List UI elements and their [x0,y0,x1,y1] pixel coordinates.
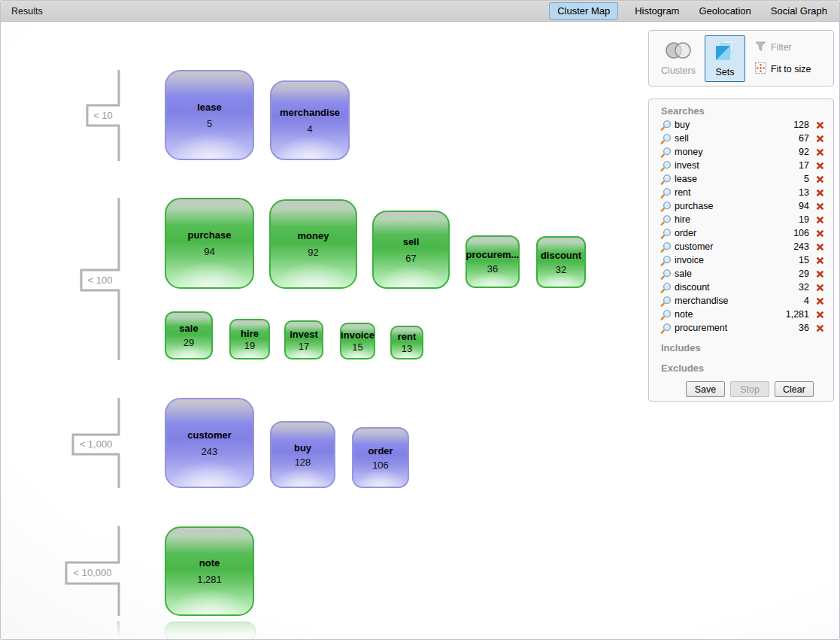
tile-label: hire [241,328,259,339]
clear-button[interactable]: Clear [775,381,814,397]
search-icon [660,268,672,280]
cluster-tile-note[interactable]: note1,281 [165,526,254,616]
delete-search-icon[interactable] [816,202,824,211]
search-item-sell[interactable]: sell67 [649,132,833,145]
search-item-procurement[interactable]: procurement36 [649,321,833,335]
cluster-tile-procurem[interactable]: procurem...36 [465,235,520,288]
searches-actions: Save Stop Clear [649,381,814,397]
cluster-tile-invoice[interactable]: invoice15 [340,323,375,359]
stop-button[interactable]: Stop [730,381,769,397]
delete-search-icon[interactable] [816,243,824,251]
delete-search-icon[interactable] [816,256,824,265]
delete-search-icon[interactable] [816,229,824,238]
search-count: 128 [782,120,809,130]
delete-search-icon[interactable] [816,324,824,332]
search-count: 92 [782,147,809,157]
cluster-tile-purchase[interactable]: purchase94 [165,198,254,289]
search-item-order[interactable]: order106 [649,226,833,240]
tile-count: 243 [202,446,218,457]
search-label: hire [675,214,782,225]
search-item-invest[interactable]: invest17 [649,159,833,172]
cluster-tile-rent[interactable]: rent13 [390,326,423,359]
search-icon [660,201,672,212]
search-item-hire[interactable]: hire19 [649,213,833,226]
tile-label: buy [294,442,311,453]
tile-label: lease [197,102,222,113]
tile-count: 106 [372,460,389,471]
cluster-tile-lease[interactable]: lease5 [165,70,254,160]
tile-count: 67 [405,253,416,264]
bracket-reflection [117,621,120,638]
search-count: 17 [782,160,809,171]
search-label: purchase [675,201,782,211]
tile-label: order [368,445,393,456]
delete-search-icon[interactable] [816,162,824,170]
clusters-button[interactable]: Clusters [655,36,702,81]
delete-search-icon[interactable] [816,189,824,197]
search-label: procurement [675,323,782,333]
search-item-invoice[interactable]: invoice15 [649,253,833,267]
search-icon [660,241,672,253]
delete-search-icon[interactable] [816,284,824,292]
search-item-buy[interactable]: buy128 [649,118,833,132]
page-title: Results [11,6,43,17]
tile-count: 94 [204,246,214,257]
view-toolbar: Clusters Sets [648,30,834,86]
save-button[interactable]: Save [686,381,725,397]
search-item-note[interactable]: note1,281 [649,308,833,321]
cluster-tile-sale[interactable]: sale29 [165,311,213,359]
search-icon [660,255,672,266]
delete-search-icon[interactable] [816,175,824,184]
tab-bar: Cluster MapHistogramGeolocationSocial Gr… [549,2,830,20]
tab-cluster-map[interactable]: Cluster Map [549,2,618,20]
tile-label: money [298,230,329,241]
tab-geolocation[interactable]: Geolocation [696,3,754,19]
search-icon [660,120,672,131]
fit-to-size-button[interactable]: Fit to size [755,62,811,76]
search-count: 19 [782,214,809,225]
search-item-money[interactable]: money92 [649,145,833,159]
search-item-rent[interactable]: rent13 [649,186,833,199]
search-item-sale[interactable]: sale29 [649,267,833,281]
bucket-label: < 10 [89,107,117,124]
search-icon [660,187,672,199]
delete-search-icon[interactable] [816,216,824,224]
cluster-tile-discount[interactable]: discount32 [536,236,586,288]
search-icon [660,147,672,158]
tile-label: procurem... [466,249,520,260]
search-label: sale [675,268,782,279]
search-item-customer[interactable]: customer243 [649,240,833,253]
delete-search-icon[interactable] [816,135,824,143]
search-label: invoice [675,255,782,265]
search-label: discount [675,282,782,293]
cluster-map-canvas[interactable]: lease5merchandise4purchase94money92sell6… [1,22,839,639]
excludes-heading: Excludes [661,362,833,374]
search-item-lease[interactable]: lease5 [649,172,833,186]
tab-histogram[interactable]: Histogram [632,3,682,19]
tab-social-graph[interactable]: Social Graph [768,3,830,19]
tile-label: sale [179,323,198,334]
search-item-merchandise[interactable]: merchandise4 [649,294,833,308]
search-item-discount[interactable]: discount32 [649,281,833,294]
sets-button[interactable]: Sets [705,35,745,82]
cluster-tile-customer[interactable]: customer243 [165,398,254,488]
cluster-tile-invest[interactable]: invest17 [284,320,323,359]
clusters-label: Clusters [661,65,696,76]
search-label: invest [675,160,782,171]
cluster-tile-buy[interactable]: buy128 [270,421,335,488]
delete-search-icon[interactable] [816,270,824,278]
note-tile-reflection [165,621,256,639]
delete-search-icon[interactable] [816,148,824,156]
toolbar-options: Filter Fit to size [755,41,811,76]
delete-search-icon[interactable] [816,311,824,319]
tile-label: purchase [188,229,232,241]
search-item-purchase[interactable]: purchase94 [649,199,833,213]
cluster-tile-merchandise[interactable]: merchandise4 [270,80,350,160]
delete-search-icon[interactable] [816,121,824,129]
cluster-tile-money[interactable]: money92 [269,199,357,289]
cluster-tile-order[interactable]: order106 [352,427,409,488]
cluster-tile-sell[interactable]: sell67 [372,211,450,289]
cluster-tile-hire[interactable]: hire19 [229,319,270,359]
delete-search-icon[interactable] [816,297,824,305]
filter-button[interactable]: Filter [755,41,811,54]
